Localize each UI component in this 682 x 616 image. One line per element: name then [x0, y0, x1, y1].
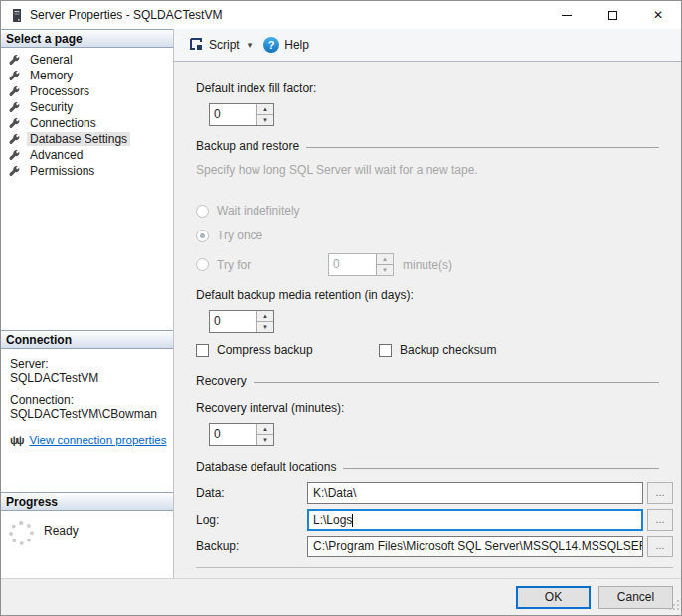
server-label: Server: [10, 357, 167, 371]
ok-button[interactable]: OK [516, 586, 591, 609]
close-button[interactable]: ✕ [635, 1, 681, 29]
wait-indefinitely-radio [196, 205, 209, 218]
checkbox-icon [379, 344, 392, 357]
wrench-icon [8, 149, 22, 162]
log-location-input[interactable]: L:\Logs [307, 509, 643, 531]
try-for-radio [196, 258, 209, 271]
toolbar: Script ▾ ? Help [174, 29, 681, 62]
data-location-label: Data: [196, 486, 307, 500]
maximize-icon [608, 11, 617, 20]
spinner-up-icon[interactable]: ▲ [257, 104, 273, 115]
script-button[interactable]: Script ▾ [182, 33, 257, 58]
window-title: Server Properties - SQLDACTestVM [30, 8, 222, 22]
sidebar-item-processors[interactable]: Processors [1, 83, 173, 99]
wrench-icon [8, 117, 22, 130]
sidebar-item-general[interactable]: General [1, 52, 173, 68]
data-browse-button[interactable]: ... [647, 482, 673, 504]
fill-factor-spinner[interactable]: 0 ▲ ▼ [209, 103, 274, 126]
chevron-down-icon[interactable]: ▾ [248, 40, 253, 50]
wrench-icon [8, 133, 22, 146]
titlebar: Server Properties - SQLDACTestVM ✕ [1, 1, 681, 29]
wrench-icon [8, 54, 22, 67]
server-icon [10, 8, 24, 23]
text-caret [352, 514, 353, 527]
backup-restore-group-label: Backup and restore [196, 139, 299, 153]
sidebar-item-memory[interactable]: Memory [1, 68, 173, 83]
backup-browse-button[interactable]: ... [647, 536, 673, 557]
backup-checksum-label: Backup checksum [400, 343, 496, 357]
spinner-up-icon[interactable]: ▲ [257, 424, 273, 435]
connection-properties-icon: ψψ [10, 433, 23, 447]
page-list: General Memory Processors Security [1, 48, 173, 330]
sidebar-item-advanced[interactable]: Advanced [1, 147, 173, 163]
wrench-icon [8, 85, 22, 98]
help-icon: ? [263, 37, 279, 53]
wrench-icon [8, 165, 22, 178]
progress-spinner-icon [9, 521, 34, 545]
backup-location-input[interactable]: C:\Program Files\Microsoft SQL Server\MS… [307, 536, 643, 557]
script-label: Script [209, 38, 240, 52]
data-location-input[interactable]: K:\Data\ [307, 482, 643, 504]
button-bar: OK Cancel [1, 578, 681, 615]
spinner-down-icon[interactable]: ▼ [257, 322, 273, 332]
minutes-unit-label: minute(s) [403, 258, 452, 272]
minimize-icon [562, 15, 572, 16]
retention-spinner[interactable]: 0 ▲ ▼ [209, 310, 274, 333]
database-settings-page: Default index fill factor: 0 ▲ ▼ Backup … [174, 62, 681, 578]
recovery-interval-spinner[interactable]: 0 ▲ ▼ [209, 423, 274, 446]
recovery-group-label: Recovery [196, 374, 247, 387]
locations-group-label: Database default locations [196, 460, 336, 474]
sidebar-item-permissions[interactable]: Permissions [1, 163, 173, 179]
recovery-interval-label: Recovery interval (minutes): [196, 401, 659, 415]
maximize-button[interactable] [590, 1, 635, 29]
fill-factor-label: Default index fill factor: [196, 81, 659, 95]
compress-backup-label: Compress backup [217, 343, 313, 357]
main-panel: Script ▾ ? Help Default index fill facto… [174, 29, 681, 578]
spinner-down-icon[interactable]: ▼ [257, 115, 273, 125]
compress-backup-checkbox[interactable]: Compress backup [196, 343, 379, 357]
wrench-icon [8, 70, 22, 82]
help-label: Help [284, 38, 309, 52]
script-icon [188, 36, 204, 55]
sidebar: Select a page General Memory Processors [1, 29, 174, 578]
tape-wait-description: Specify how long SQL Server will wait fo… [196, 163, 659, 177]
server-properties-dialog: Server Properties - SQLDACTestVM ✕ Selec… [0, 0, 682, 616]
sidebar-item-security[interactable]: Security [1, 99, 173, 115]
try-for-spinner: 0 ▲ ▼ [328, 253, 394, 276]
spinner-down-icon[interactable]: ▼ [257, 435, 273, 445]
backup-checksum-checkbox[interactable]: Backup checksum [379, 343, 496, 357]
checkbox-icon [196, 344, 209, 357]
try-once-label: Try once [217, 229, 262, 242]
progress-info: Ready [1, 511, 173, 578]
cancel-button[interactable]: Cancel [598, 586, 673, 609]
try-once-radio [196, 230, 209, 242]
wait-indefinitely-label: Wait indefinitely [217, 204, 300, 218]
progress-header: Progress [1, 492, 173, 511]
minimize-button[interactable] [544, 1, 590, 29]
connection-value: SQLDACTestVM\CBowman [10, 407, 167, 421]
resize-grip[interactable] [668, 599, 680, 614]
retention-label: Default backup media retention (in days)… [196, 288, 659, 302]
log-browse-button[interactable]: ... [647, 509, 673, 531]
try-for-label: Try for [217, 258, 328, 272]
close-icon: ✕ [653, 9, 663, 21]
sidebar-item-connections[interactable]: Connections [1, 115, 173, 131]
view-connection-properties-link[interactable]: View connection properties [30, 433, 167, 447]
select-a-page-header: Select a page [1, 29, 173, 48]
log-location-label: Log: [196, 513, 307, 527]
progress-status: Ready [44, 524, 79, 578]
help-button[interactable]: ? Help [257, 34, 315, 56]
sidebar-item-database-settings[interactable]: Database Settings [1, 131, 173, 147]
connection-header: Connection [1, 330, 173, 349]
server-value: SQLDACTestVM [10, 371, 167, 385]
spinner-up-icon: ▲ [377, 254, 393, 265]
connection-label: Connection: [10, 393, 167, 407]
spinner-up-icon[interactable]: ▲ [257, 311, 273, 322]
spinner-down-icon: ▼ [377, 265, 393, 275]
backup-location-label: Backup: [196, 539, 307, 553]
connection-info: Server: SQLDACTestVM Connection: SQLDACT… [1, 349, 173, 492]
wrench-icon [8, 101, 22, 114]
